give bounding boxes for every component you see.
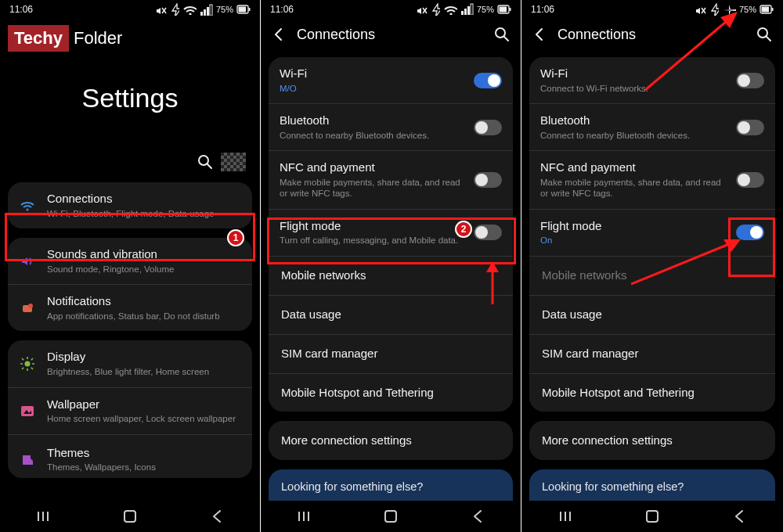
row-sim-card-manager[interactable]: SIM card manager xyxy=(269,334,513,373)
row-sub: Sound mode, Ringtone, Volume xyxy=(47,264,241,275)
group-sounds: Sounds and vibration Sound mode, Rington… xyxy=(8,238,252,331)
back-button[interactable] xyxy=(193,509,240,524)
row-sub: Brightness, Blue light filter, Home scre… xyxy=(47,366,241,377)
page-title: Connections xyxy=(297,27,483,43)
status-bar: 11:06 75% xyxy=(261,0,521,19)
row-title: SIM card manager xyxy=(542,347,763,361)
phone-connections: 11:06 75% Connections Wi-FiM/OBluetoothC… xyxy=(261,0,521,532)
back-button[interactable] xyxy=(716,509,763,524)
row-title: More connection settings xyxy=(281,433,500,448)
row-title: Wallpaper xyxy=(47,397,241,412)
phone-settings: 11:06 75% Techy Folder Settings xyxy=(0,0,261,532)
row-sounds[interactable]: Sounds and vibration Sound mode, Rington… xyxy=(8,238,252,284)
row-bluetooth[interactable]: BluetoothConnect to nearby Bluetooth dev… xyxy=(269,103,513,150)
group-connections: Connections Wi-Fi, Bluetooth, Flight mod… xyxy=(8,182,252,228)
row-mobile-networks[interactable]: Mobile networks xyxy=(269,256,513,295)
home-button[interactable] xyxy=(106,509,153,524)
row-title: More connection settings xyxy=(542,433,763,448)
mute-icon xyxy=(415,4,428,15)
toggle[interactable] xyxy=(736,225,764,240)
row-wallpaper[interactable]: Wallpaper Home screen wallpaper, Lock sc… xyxy=(8,387,252,434)
row-bluetooth[interactable]: BluetoothConnect to nearby Bluetooth dev… xyxy=(529,103,775,150)
row-title: Display xyxy=(47,350,241,365)
toggle[interactable] xyxy=(474,225,502,240)
looking-banner[interactable]: Looking for something else? xyxy=(269,469,513,501)
home-button[interactable] xyxy=(629,509,676,524)
row-nfc-and-payment[interactable]: NFC and paymentMake mobile payments, sha… xyxy=(529,150,775,209)
row-sub: Connect to nearby Bluetooth devices. xyxy=(280,130,463,141)
row-title: Mobile Hotspot and Tethering xyxy=(281,386,500,401)
row-connections[interactable]: Connections Wi-Fi, Bluetooth, Flight mod… xyxy=(8,182,252,228)
recents-button[interactable] xyxy=(280,509,327,523)
row-title: Mobile networks xyxy=(542,268,763,283)
row-mobile-networks[interactable]: Mobile networks xyxy=(529,256,775,295)
toggle[interactable] xyxy=(474,172,502,188)
back-icon[interactable] xyxy=(272,27,286,42)
airplane-icon xyxy=(722,2,736,16)
search-icon[interactable] xyxy=(197,154,213,170)
row-title: Notifications xyxy=(47,294,241,309)
row-display[interactable]: Display Brightness, Blue light filter, H… xyxy=(8,340,252,386)
row-more[interactable]: More connection settings xyxy=(529,421,775,460)
row-sub: Wi-Fi, Bluetooth, Flight mode, Data usag… xyxy=(47,208,241,219)
row-title: Mobile networks xyxy=(281,268,500,283)
row-title: Connections xyxy=(47,192,241,207)
account-avatar[interactable] xyxy=(221,153,246,171)
row-title: Themes xyxy=(47,446,241,461)
toggle[interactable] xyxy=(736,73,764,88)
recents-button[interactable] xyxy=(542,509,589,523)
nav-bar xyxy=(521,501,783,532)
mute-icon xyxy=(154,4,167,15)
battery-icon xyxy=(497,3,511,16)
row-title: Data usage xyxy=(542,307,763,322)
nav-bar xyxy=(261,501,521,532)
row-themes[interactable]: Themes Themes, Wallpapers, Icons xyxy=(8,434,252,478)
row-title: NFC and payment xyxy=(540,160,725,175)
row-sub: Home screen wallpaper, Lock screen wallp… xyxy=(47,413,241,424)
toggle[interactable] xyxy=(474,73,502,88)
signal-icon xyxy=(460,3,474,15)
group-more: More connection settings xyxy=(529,421,775,460)
themes-icon xyxy=(19,452,36,466)
row-sub: Connect to nearby Bluetooth devices. xyxy=(540,130,725,141)
battery-icon xyxy=(236,3,251,16)
looking-banner[interactable]: Looking for something else? xyxy=(529,469,775,501)
search-icon[interactable] xyxy=(756,27,772,42)
row-wi-fi[interactable]: Wi-FiM/O xyxy=(269,57,513,103)
status-bar: 11:06 75% xyxy=(0,0,260,19)
toggle[interactable] xyxy=(736,172,764,188)
page-title: Connections xyxy=(557,27,745,43)
toggle[interactable] xyxy=(736,120,764,135)
battery-icon xyxy=(760,3,774,16)
row-sim-card-manager[interactable]: SIM card manager xyxy=(529,334,775,373)
back-icon[interactable] xyxy=(532,27,547,42)
logo: Techy Folder xyxy=(8,25,252,52)
row-sub: Themes, Wallpapers, Icons xyxy=(47,462,241,473)
display-icon xyxy=(19,356,36,372)
row-sub: Connect to Wi-Fi networks. xyxy=(540,83,725,94)
row-data-usage[interactable]: Data usage xyxy=(269,295,513,334)
battery-pct: 75% xyxy=(477,5,494,14)
toggle[interactable] xyxy=(474,120,502,135)
back-button[interactable] xyxy=(454,509,501,524)
row-mobile-hotspot-and-tethering[interactable]: Mobile Hotspot and Tethering xyxy=(529,373,775,412)
row-flight-mode[interactable]: Flight modeOn xyxy=(529,209,775,256)
row-mobile-hotspot-and-tethering[interactable]: Mobile Hotspot and Tethering xyxy=(269,373,513,412)
row-flight-mode[interactable]: Flight modeTurn off calling, messaging, … xyxy=(269,209,513,256)
logo-left: Techy xyxy=(8,25,69,52)
row-data-usage[interactable]: Data usage xyxy=(529,295,775,334)
battery-pct: 75% xyxy=(739,5,756,14)
row-title: Wi-Fi xyxy=(540,66,725,81)
row-title: Bluetooth xyxy=(280,113,463,128)
row-notifications[interactable]: Notifications App notifications, Status … xyxy=(8,284,252,331)
row-wi-fi[interactable]: Wi-FiConnect to Wi-Fi networks. xyxy=(529,57,775,103)
recents-button[interactable] xyxy=(20,509,67,523)
search-icon[interactable] xyxy=(494,27,510,42)
group-main: Wi-FiConnect to Wi-Fi networks.Bluetooth… xyxy=(529,57,775,412)
charging-icon xyxy=(431,3,440,16)
logo-rest: Folder xyxy=(74,28,122,49)
row-nfc-and-payment[interactable]: NFC and paymentMake mobile payments, sha… xyxy=(269,150,513,209)
row-more[interactable]: More connection settings xyxy=(269,421,513,460)
wifi-icon xyxy=(443,4,457,15)
home-button[interactable] xyxy=(367,509,414,524)
